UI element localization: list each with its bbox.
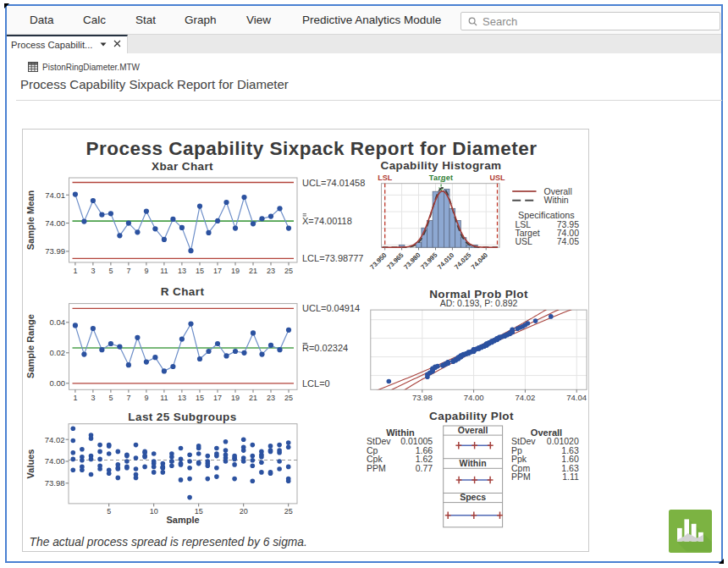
svg-text:X=74.00118: X=74.00118 (302, 216, 352, 226)
svg-text:11: 11 (160, 267, 168, 275)
svg-text:0.00: 0.00 (50, 378, 66, 388)
svg-text:5: 5 (108, 267, 113, 275)
svg-text:Overall: Overall (458, 425, 488, 435)
svg-text:21: 21 (249, 267, 257, 275)
svg-text:LCL=0: LCL=0 (302, 378, 330, 389)
svg-text:AD: 0.193, P: 0.892: AD: 0.193, P: 0.892 (440, 298, 518, 308)
svg-text:LSL: LSL (378, 174, 393, 182)
svg-text:19: 19 (231, 394, 240, 402)
svg-text:74.02: 74.02 (516, 393, 536, 402)
svg-text:UCL=0.04914: UCL=0.04914 (302, 303, 360, 313)
svg-text:Capability Plot: Capability Plot (429, 410, 514, 422)
svg-text:The actual process spread is r: The actual process spread is represented… (30, 536, 307, 549)
svg-text:Sample: Sample (166, 515, 199, 525)
svg-text:20: 20 (240, 507, 248, 516)
svg-text:Values: Values (25, 449, 36, 479)
svg-text:PPM: PPM (511, 471, 531, 482)
svg-text:5: 5 (108, 394, 113, 402)
svg-text:74.01: 74.01 (45, 190, 65, 200)
svg-text:PPM: PPM (367, 463, 386, 473)
svg-text:Xbar Chart: Xbar Chart (152, 160, 213, 173)
svg-text:Specs: Specs (460, 492, 486, 502)
svg-text:9: 9 (144, 267, 148, 275)
svg-text:1.11: 1.11 (562, 471, 579, 482)
svg-text:74.04: 74.04 (566, 393, 587, 402)
svg-text:R=0.02324: R=0.02324 (302, 343, 348, 353)
svg-text:25: 25 (284, 394, 293, 402)
svg-text:25: 25 (284, 507, 293, 516)
svg-text:73.98: 73.98 (412, 393, 433, 402)
svg-text:73.99: 73.99 (45, 246, 65, 256)
svg-text:74.00: 74.00 (45, 456, 65, 466)
svg-text:23: 23 (267, 267, 275, 275)
svg-text:3: 3 (91, 267, 95, 275)
svg-text:17: 17 (213, 267, 222, 275)
svg-text:13: 13 (178, 267, 186, 275)
svg-text:15: 15 (196, 394, 204, 402)
svg-text:9: 9 (144, 394, 148, 402)
svg-text:19: 19 (231, 267, 240, 275)
svg-text:17: 17 (213, 394, 222, 402)
svg-text:1: 1 (73, 267, 77, 275)
svg-text:Within: Within (544, 195, 569, 205)
svg-text:1: 1 (73, 394, 77, 402)
svg-text:13: 13 (178, 394, 186, 402)
svg-text:15: 15 (196, 267, 204, 275)
svg-text:7: 7 (126, 394, 130, 402)
svg-text:10: 10 (150, 507, 158, 516)
svg-text:USL: USL (516, 236, 533, 246)
svg-text:74.02: 74.02 (45, 435, 65, 444)
svg-text:0.77: 0.77 (416, 463, 433, 473)
svg-text:Within: Within (460, 458, 487, 468)
svg-text:Last 25 Subgroups: Last 25 Subgroups (128, 411, 236, 423)
svg-text:R Chart: R Chart (161, 285, 205, 298)
svg-text:0.02: 0.02 (50, 348, 66, 357)
svg-text:LCL=73.98777: LCL=73.98777 (302, 253, 363, 263)
svg-text:23: 23 (267, 394, 275, 402)
svg-text:7: 7 (126, 267, 130, 275)
svg-text:Sample Mean: Sample Mean (25, 190, 36, 251)
svg-text:Capability Histogram: Capability Histogram (380, 159, 501, 172)
svg-text:25: 25 (284, 267, 293, 275)
svg-text:74.05: 74.05 (557, 236, 579, 246)
svg-text:USL: USL (490, 174, 506, 182)
svg-text:UCL=74.01458: UCL=74.01458 (302, 178, 365, 188)
svg-text:73.98: 73.98 (45, 478, 65, 488)
svg-text:11: 11 (160, 394, 168, 402)
svg-text:74.00: 74.00 (464, 393, 484, 402)
svg-text:Process Capability Sixpack Rep: Process Capability Sixpack Report for Di… (85, 138, 537, 159)
svg-text:0.04: 0.04 (50, 317, 66, 327)
svg-text:21: 21 (249, 394, 257, 402)
svg-text:Target: Target (429, 174, 454, 182)
svg-text:5: 5 (107, 507, 111, 516)
svg-text:74.00: 74.00 (45, 218, 65, 228)
svg-text:3: 3 (91, 394, 95, 402)
svg-text:Sample Range: Sample Range (25, 314, 36, 378)
